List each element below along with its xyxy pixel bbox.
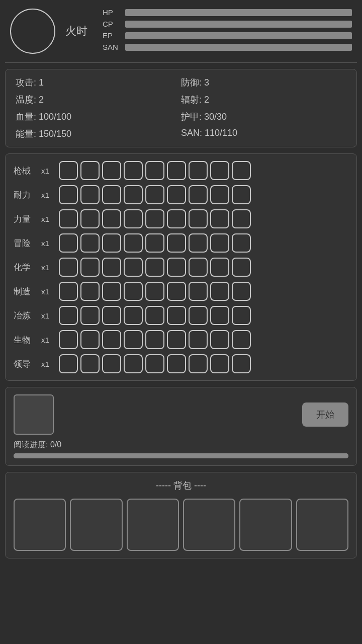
skill-box[interactable] (102, 354, 121, 373)
skill-box[interactable] (210, 233, 229, 253)
skill-box[interactable] (145, 185, 164, 204)
skill-box[interactable] (59, 258, 78, 277)
skill-box[interactable] (124, 161, 143, 180)
skill-row-8: 领导 x1 (14, 354, 348, 373)
backpack-title: ----- 背包 ---- (14, 479, 348, 492)
skill-box[interactable] (124, 185, 143, 204)
skill-box[interactable] (232, 233, 251, 253)
skill-box[interactable] (124, 209, 143, 228)
skill-box[interactable] (59, 354, 78, 373)
skill-box[interactable] (102, 258, 121, 277)
skill-box[interactable] (167, 209, 186, 228)
skill-box[interactable] (167, 161, 186, 180)
backpack-slot[interactable] (127, 499, 179, 551)
skill-box[interactable] (210, 354, 229, 373)
skill-box[interactable] (59, 306, 78, 325)
skill-box[interactable] (167, 330, 186, 349)
skill-box[interactable] (210, 330, 229, 349)
skill-box[interactable] (124, 354, 143, 373)
skill-box[interactable] (59, 330, 78, 349)
backpack-slot[interactable] (296, 499, 348, 551)
skill-box[interactable] (167, 282, 186, 301)
skill-box[interactable] (210, 185, 229, 204)
skill-box[interactable] (232, 161, 251, 180)
skill-box[interactable] (189, 354, 208, 373)
skill-box[interactable] (102, 233, 121, 253)
skill-name-6: 冶炼 (14, 310, 41, 321)
skill-box[interactable] (232, 330, 251, 349)
skill-box[interactable] (167, 233, 186, 253)
skill-row-3: 冒险 x1 (14, 233, 348, 253)
skill-box[interactable] (80, 306, 100, 325)
bar-fill-ep (125, 32, 352, 39)
skill-box[interactable] (145, 233, 164, 253)
backpack-slot[interactable] (14, 499, 66, 551)
skill-box[interactable] (124, 330, 143, 349)
skill-box[interactable] (210, 209, 229, 228)
skill-box[interactable] (232, 306, 251, 325)
backpack-slot[interactable] (70, 499, 122, 551)
skill-box[interactable] (189, 258, 208, 277)
skill-box[interactable] (189, 185, 208, 204)
skill-box[interactable] (145, 209, 164, 228)
skill-box[interactable] (145, 258, 164, 277)
skill-box[interactable] (145, 282, 164, 301)
skill-box[interactable] (210, 306, 229, 325)
skill-box[interactable] (59, 209, 78, 228)
skill-box[interactable] (102, 161, 121, 180)
skill-box[interactable] (124, 258, 143, 277)
skill-box[interactable] (102, 306, 121, 325)
skill-row-5: 制造 x1 (14, 282, 348, 301)
skill-box[interactable] (189, 282, 208, 301)
start-reading-button[interactable]: 开始 (302, 403, 348, 427)
skill-box[interactable] (124, 233, 143, 253)
skill-box[interactable] (167, 258, 186, 277)
skill-box[interactable] (102, 185, 121, 204)
skill-box[interactable] (80, 330, 100, 349)
skill-box[interactable] (210, 282, 229, 301)
skill-box[interactable] (189, 209, 208, 228)
reading-progress-label: 阅读进度: 0/0 (14, 440, 348, 450)
skill-box[interactable] (167, 354, 186, 373)
skill-box[interactable] (145, 354, 164, 373)
skill-box[interactable] (102, 330, 121, 349)
backpack-slot[interactable] (239, 499, 292, 551)
skill-box[interactable] (210, 258, 229, 277)
skill-box[interactable] (59, 185, 78, 204)
reading-panel: 开始 阅读进度: 0/0 (5, 387, 357, 466)
skill-box[interactable] (232, 282, 251, 301)
energy-stat: 能量: 150/150 (16, 128, 181, 140)
skill-box[interactable] (232, 258, 251, 277)
skill-box[interactable] (232, 354, 251, 373)
skill-box[interactable] (167, 306, 186, 325)
skill-box[interactable] (232, 185, 251, 204)
skill-box[interactable] (124, 306, 143, 325)
skill-box[interactable] (145, 330, 164, 349)
skill-box[interactable] (102, 282, 121, 301)
skill-box[interactable] (80, 233, 100, 253)
skill-box[interactable] (80, 161, 100, 180)
skill-box[interactable] (167, 185, 186, 204)
skill-box[interactable] (189, 330, 208, 349)
skill-name-0: 枪械 (14, 165, 41, 177)
reading-top: 开始 (14, 394, 348, 435)
skill-box[interactable] (80, 185, 100, 204)
skill-box[interactable] (59, 282, 78, 301)
skill-box[interactable] (80, 282, 100, 301)
skill-box[interactable] (59, 161, 78, 180)
skill-box[interactable] (80, 209, 100, 228)
backpack-slot[interactable] (183, 499, 235, 551)
skill-box[interactable] (80, 258, 100, 277)
skill-box[interactable] (102, 209, 121, 228)
skill-box[interactable] (232, 209, 251, 228)
skill-box[interactable] (59, 233, 78, 253)
skill-box[interactable] (210, 161, 229, 180)
skill-row-0: 枪械 x1 (14, 161, 348, 180)
skill-box[interactable] (124, 282, 143, 301)
skill-box[interactable] (145, 306, 164, 325)
skill-box[interactable] (189, 306, 208, 325)
skill-box[interactable] (189, 233, 208, 253)
skill-box[interactable] (189, 161, 208, 180)
skill-box[interactable] (80, 354, 100, 373)
skill-box[interactable] (145, 161, 164, 180)
